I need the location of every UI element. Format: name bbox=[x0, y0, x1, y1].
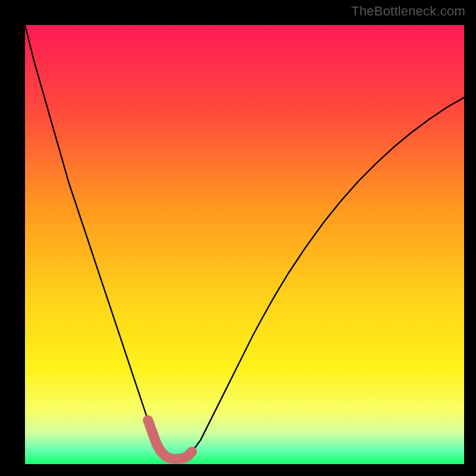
bottleneck-chart bbox=[0, 0, 476, 476]
watermark-text: TheBottleneck.com bbox=[351, 4, 465, 19]
plot-background bbox=[25, 25, 464, 464]
chart-frame: TheBottleneck.com bbox=[0, 0, 476, 476]
